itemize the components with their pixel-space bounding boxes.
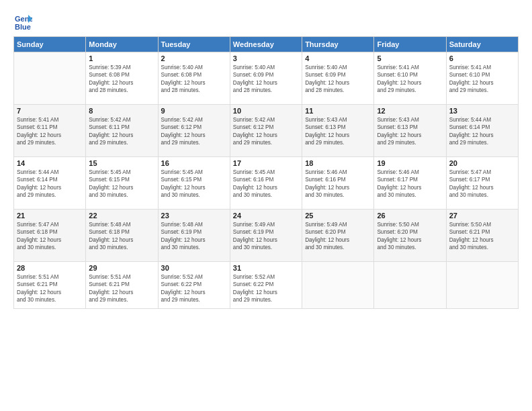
calendar-cell: 30Sunrise: 5:52 AM Sunset: 6:22 PM Dayli… <box>158 262 230 309</box>
col-header-saturday: Saturday <box>446 37 518 52</box>
cell-info: Sunrise: 5:41 AM Sunset: 6:10 PM Dayligh… <box>449 64 515 95</box>
cell-info: Sunrise: 5:44 AM Sunset: 6:14 PM Dayligh… <box>449 116 515 147</box>
cell-day-number: 18 <box>305 159 371 167</box>
cell-info: Sunrise: 5:48 AM Sunset: 6:19 PM Dayligh… <box>161 221 227 252</box>
week-row-1: 1Sunrise: 5:39 AM Sunset: 6:08 PM Daylig… <box>14 52 519 105</box>
calendar-cell: 25Sunrise: 5:49 AM Sunset: 6:20 PM Dayli… <box>302 210 374 262</box>
cell-day-number: 24 <box>233 212 299 220</box>
header: General Blue <box>13 12 519 31</box>
cell-info: Sunrise: 5:52 AM Sunset: 6:22 PM Dayligh… <box>233 273 299 304</box>
calendar-cell: 10Sunrise: 5:42 AM Sunset: 6:12 PM Dayli… <box>230 105 302 157</box>
cell-info: Sunrise: 5:51 AM Sunset: 6:21 PM Dayligh… <box>17 273 83 304</box>
col-header-friday: Friday <box>374 37 446 52</box>
cell-day-number: 30 <box>161 264 227 272</box>
cell-info: Sunrise: 5:50 AM Sunset: 6:20 PM Dayligh… <box>377 221 443 252</box>
cell-info: Sunrise: 5:41 AM Sunset: 6:11 PM Dayligh… <box>17 116 83 147</box>
cell-day-number: 31 <box>233 264 299 272</box>
cell-day-number: 2 <box>161 54 227 62</box>
calendar-cell <box>446 262 518 309</box>
calendar-cell: 21Sunrise: 5:47 AM Sunset: 6:18 PM Dayli… <box>14 210 86 262</box>
calendar-cell: 17Sunrise: 5:45 AM Sunset: 6:16 PM Dayli… <box>230 157 302 210</box>
page: General Blue SundayMondayTuesdayWednesda… <box>0 0 532 411</box>
logo-icon: General Blue <box>13 12 32 31</box>
cell-info: Sunrise: 5:40 AM Sunset: 6:08 PM Dayligh… <box>161 64 227 95</box>
week-row-2: 7Sunrise: 5:41 AM Sunset: 6:11 PM Daylig… <box>14 105 519 157</box>
cell-day-number: 26 <box>377 212 443 220</box>
calendar-cell: 22Sunrise: 5:48 AM Sunset: 6:18 PM Dayli… <box>86 210 158 262</box>
calendar-table: SundayMondayTuesdayWednesdayThursdayFrid… <box>13 36 519 309</box>
week-row-5: 28Sunrise: 5:51 AM Sunset: 6:21 PM Dayli… <box>14 262 519 309</box>
calendar-cell: 6Sunrise: 5:41 AM Sunset: 6:10 PM Daylig… <box>446 52 518 105</box>
cell-info: Sunrise: 5:46 AM Sunset: 6:17 PM Dayligh… <box>377 169 443 199</box>
svg-text:Blue: Blue <box>15 23 31 31</box>
header-row: SundayMondayTuesdayWednesdayThursdayFrid… <box>14 37 519 52</box>
cell-day-number: 20 <box>449 159 515 167</box>
calendar-cell: 7Sunrise: 5:41 AM Sunset: 6:11 PM Daylig… <box>14 105 86 157</box>
cell-day-number: 10 <box>233 107 299 115</box>
cell-day-number: 22 <box>89 212 154 220</box>
calendar-cell: 11Sunrise: 5:43 AM Sunset: 6:13 PM Dayli… <box>302 105 374 157</box>
cell-day-number: 3 <box>233 54 299 62</box>
calendar-cell: 9Sunrise: 5:42 AM Sunset: 6:12 PM Daylig… <box>158 105 230 157</box>
calendar-cell: 5Sunrise: 5:41 AM Sunset: 6:10 PM Daylig… <box>374 52 446 105</box>
calendar-cell <box>14 52 86 105</box>
cell-info: Sunrise: 5:39 AM Sunset: 6:08 PM Dayligh… <box>89 64 154 95</box>
cell-info: Sunrise: 5:45 AM Sunset: 6:15 PM Dayligh… <box>89 169 154 199</box>
calendar-cell: 2Sunrise: 5:40 AM Sunset: 6:08 PM Daylig… <box>158 52 230 105</box>
cell-info: Sunrise: 5:46 AM Sunset: 6:16 PM Dayligh… <box>305 169 371 199</box>
cell-day-number: 27 <box>449 212 515 220</box>
cell-info: Sunrise: 5:44 AM Sunset: 6:14 PM Dayligh… <box>17 169 83 199</box>
cell-day-number: 29 <box>89 264 154 272</box>
calendar-cell: 28Sunrise: 5:51 AM Sunset: 6:21 PM Dayli… <box>14 262 86 309</box>
cell-day-number: 25 <box>305 212 371 220</box>
cell-info: Sunrise: 5:42 AM Sunset: 6:12 PM Dayligh… <box>233 116 299 147</box>
calendar-cell: 23Sunrise: 5:48 AM Sunset: 6:19 PM Dayli… <box>158 210 230 262</box>
calendar-cell: 8Sunrise: 5:42 AM Sunset: 6:11 PM Daylig… <box>86 105 158 157</box>
cell-info: Sunrise: 5:45 AM Sunset: 6:16 PM Dayligh… <box>233 169 299 199</box>
calendar-cell: 12Sunrise: 5:43 AM Sunset: 6:13 PM Dayli… <box>374 105 446 157</box>
cell-info: Sunrise: 5:47 AM Sunset: 6:18 PM Dayligh… <box>17 221 83 252</box>
cell-info: Sunrise: 5:40 AM Sunset: 6:09 PM Dayligh… <box>233 64 299 95</box>
cell-day-number: 12 <box>377 107 443 115</box>
col-header-tuesday: Tuesday <box>158 37 230 52</box>
cell-info: Sunrise: 5:42 AM Sunset: 6:12 PM Dayligh… <box>161 116 227 147</box>
calendar-cell: 18Sunrise: 5:46 AM Sunset: 6:16 PM Dayli… <box>302 157 374 210</box>
cell-info: Sunrise: 5:40 AM Sunset: 6:09 PM Dayligh… <box>305 64 371 95</box>
cell-info: Sunrise: 5:50 AM Sunset: 6:21 PM Dayligh… <box>449 221 515 252</box>
logo: General Blue <box>13 12 35 31</box>
cell-day-number: 17 <box>233 159 299 167</box>
calendar-cell: 31Sunrise: 5:52 AM Sunset: 6:22 PM Dayli… <box>230 262 302 309</box>
cell-info: Sunrise: 5:42 AM Sunset: 6:11 PM Dayligh… <box>89 116 154 147</box>
cell-info: Sunrise: 5:43 AM Sunset: 6:13 PM Dayligh… <box>377 116 443 147</box>
cell-info: Sunrise: 5:49 AM Sunset: 6:19 PM Dayligh… <box>233 221 299 252</box>
calendar-cell: 3Sunrise: 5:40 AM Sunset: 6:09 PM Daylig… <box>230 52 302 105</box>
col-header-sunday: Sunday <box>14 37 86 52</box>
calendar-cell: 16Sunrise: 5:45 AM Sunset: 6:15 PM Dayli… <box>158 157 230 210</box>
cell-info: Sunrise: 5:52 AM Sunset: 6:22 PM Dayligh… <box>161 273 227 304</box>
col-header-monday: Monday <box>86 37 158 52</box>
cell-day-number: 1 <box>89 54 154 62</box>
cell-day-number: 6 <box>449 54 515 62</box>
cell-info: Sunrise: 5:45 AM Sunset: 6:15 PM Dayligh… <box>161 169 227 199</box>
cell-day-number: 7 <box>17 107 83 115</box>
cell-day-number: 9 <box>161 107 227 115</box>
cell-day-number: 15 <box>89 159 154 167</box>
calendar-cell: 26Sunrise: 5:50 AM Sunset: 6:20 PM Dayli… <box>374 210 446 262</box>
calendar-cell: 1Sunrise: 5:39 AM Sunset: 6:08 PM Daylig… <box>86 52 158 105</box>
calendar-cell <box>302 262 374 309</box>
cell-day-number: 23 <box>161 212 227 220</box>
cell-day-number: 28 <box>17 264 83 272</box>
cell-day-number: 19 <box>377 159 443 167</box>
cell-day-number: 16 <box>161 159 227 167</box>
week-row-4: 21Sunrise: 5:47 AM Sunset: 6:18 PM Dayli… <box>14 210 519 262</box>
cell-day-number: 13 <box>449 107 515 115</box>
col-header-thursday: Thursday <box>302 37 374 52</box>
cell-day-number: 14 <box>17 159 83 167</box>
calendar-cell: 15Sunrise: 5:45 AM Sunset: 6:15 PM Dayli… <box>86 157 158 210</box>
cell-info: Sunrise: 5:47 AM Sunset: 6:17 PM Dayligh… <box>449 169 515 199</box>
col-header-wednesday: Wednesday <box>230 37 302 52</box>
cell-info: Sunrise: 5:43 AM Sunset: 6:13 PM Dayligh… <box>305 116 371 147</box>
cell-info: Sunrise: 5:49 AM Sunset: 6:20 PM Dayligh… <box>305 221 371 252</box>
calendar-cell: 29Sunrise: 5:51 AM Sunset: 6:21 PM Dayli… <box>86 262 158 309</box>
week-row-3: 14Sunrise: 5:44 AM Sunset: 6:14 PM Dayli… <box>14 157 519 210</box>
